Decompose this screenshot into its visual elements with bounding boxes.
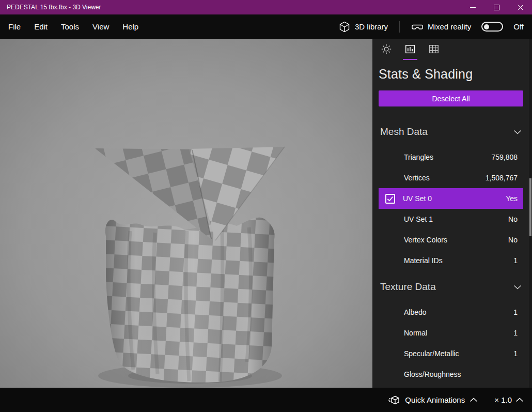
sun-lighting-icon	[381, 43, 392, 55]
window-title: PEDESTAL 15 fbx.fbx - 3D Viewer	[0, 4, 101, 11]
wireframe-grid-icon	[428, 43, 440, 55]
stat-value: 1	[513, 256, 518, 265]
maximize-button[interactable]	[484, 0, 508, 14]
mixed-reality-state: Off	[513, 22, 524, 31]
stat-label: Gloss/Roughness	[404, 370, 461, 378]
texture-data-header[interactable]: Texture Data	[379, 281, 523, 293]
tab-underline	[379, 59, 394, 60]
3d-library-label: 3D library	[355, 22, 388, 31]
main-area: Stats & Shading Deselect All Mesh Data T…	[0, 39, 532, 388]
3d-library-button[interactable]: 3D library	[338, 21, 388, 33]
mixed-reality-label: Mixed reality	[428, 22, 471, 31]
mixed-reality-toggle[interactable]	[481, 22, 503, 32]
tab-stats-shading[interactable]	[403, 43, 417, 60]
close-icon	[518, 5, 523, 10]
3d-cube-icon	[338, 21, 351, 33]
toggle-knob	[484, 24, 489, 29]
app-window: PEDESTAL 15 fbx.fbx - 3D Viewer File Edi…	[0, 0, 532, 412]
stat-label: Material IDs	[404, 256, 443, 265]
menu-edit[interactable]: Edit	[28, 19, 54, 34]
menu-file[interactable]: File	[2, 19, 27, 34]
stat-label: Vertices	[404, 174, 430, 182]
chevron-down-icon	[513, 285, 522, 289]
animated-cube-icon	[388, 394, 400, 406]
stat-row-vertex-colors: Vertex Colors No	[379, 230, 523, 250]
stat-label: Triangles	[404, 153, 433, 161]
stat-row-normal: Normal 1	[379, 323, 523, 343]
stat-value: 1	[513, 349, 518, 358]
stat-label: UV Set 0	[403, 194, 432, 203]
stat-row-triangles: Triangles 759,808	[379, 147, 523, 167]
animation-speed-button[interactable]: × 1.0	[494, 395, 524, 404]
mixed-reality-group: Mixed reality Off	[411, 21, 524, 33]
chevron-down-icon	[513, 130, 522, 134]
stat-value: 759,808	[491, 153, 518, 161]
stat-label: Vertex Colors	[404, 236, 447, 244]
stat-row-vertices: Vertices 1,508,767	[379, 167, 523, 188]
checkbox-checked-icon[interactable]	[385, 194, 395, 204]
mesh-data-header[interactable]: Mesh Data	[379, 126, 523, 138]
window-controls	[461, 0, 532, 14]
scrollbar-thumb[interactable]	[529, 178, 531, 236]
menubar: File Edit Tools View Help 3D library Mix…	[0, 14, 532, 39]
stat-value: No	[508, 215, 518, 223]
minimize-icon	[470, 5, 476, 10]
maximize-icon	[494, 5, 499, 10]
3d-viewport[interactable]	[0, 39, 372, 388]
stat-row-gloss-roughness: Gloss/Roughness	[379, 364, 523, 385]
texture-data-rows: Albedo 1 Normal 1 Specular/Metallic 1 Gl…	[379, 302, 523, 385]
tab-underline	[403, 59, 417, 60]
stat-row-uv-set-1: UV Set 1 No	[379, 209, 523, 230]
menu-divider	[399, 21, 400, 33]
stat-label: Specular/Metallic	[404, 349, 459, 358]
stat-label: Albedo	[404, 308, 427, 316]
menu-help[interactable]: Help	[116, 19, 145, 34]
stat-row-material-ids: Material IDs 1	[379, 250, 523, 271]
stats-panel-content: Stats & Shading Deselect All Mesh Data T…	[379, 39, 523, 385]
texture-data-title: Texture Data	[380, 281, 436, 293]
mesh-data-title: Mesh Data	[380, 126, 428, 138]
headset-icon	[411, 21, 424, 33]
quick-animations-label: Quick Animations	[405, 395, 465, 404]
stat-row-uv-set-0[interactable]: UV Set 0 Yes	[379, 188, 523, 209]
menu-view[interactable]: View	[86, 19, 115, 34]
titlebar: PEDESTAL 15 fbx.fbx - 3D Viewer	[0, 0, 532, 14]
bottom-bar: Quick Animations × 1.0	[0, 388, 532, 412]
minimize-button[interactable]	[461, 0, 484, 14]
tab-underline	[427, 59, 441, 60]
stat-label: Normal	[404, 329, 427, 337]
tab-grid[interactable]	[427, 43, 441, 60]
chevron-up-icon	[515, 398, 524, 402]
stat-value: 1	[513, 308, 518, 316]
mesh-data-rows: Triangles 759,808 Vertices 1,508,767	[379, 147, 523, 271]
stats-chart-icon	[404, 43, 416, 55]
animation-speed-label: × 1.0	[494, 395, 512, 404]
tab-lighting[interactable]	[380, 43, 393, 60]
menu-tools[interactable]: Tools	[55, 19, 85, 34]
quick-animations-button[interactable]: Quick Animations	[388, 394, 478, 406]
checkmark-icon	[386, 195, 394, 203]
stats-panel: Stats & Shading Deselect All Mesh Data T…	[372, 39, 532, 388]
chevron-up-icon	[470, 398, 478, 402]
3d-model-render	[0, 39, 372, 388]
close-button[interactable]	[508, 0, 532, 14]
stat-value: Yes	[506, 194, 518, 203]
deselect-all-button[interactable]: Deselect All	[379, 90, 523, 106]
stat-value: 1	[513, 329, 518, 337]
panel-tabs	[380, 43, 523, 60]
stat-row-albedo: Albedo 1	[379, 302, 523, 323]
stat-row-specular-metallic: Specular/Metallic 1	[379, 343, 523, 364]
menubar-right: 3D library Mixed reality Off	[338, 21, 524, 33]
panel-title: Stats & Shading	[379, 67, 523, 82]
stat-value: No	[508, 236, 518, 244]
stat-label: UV Set 1	[404, 215, 433, 223]
stat-value: 1,508,767	[486, 174, 518, 182]
